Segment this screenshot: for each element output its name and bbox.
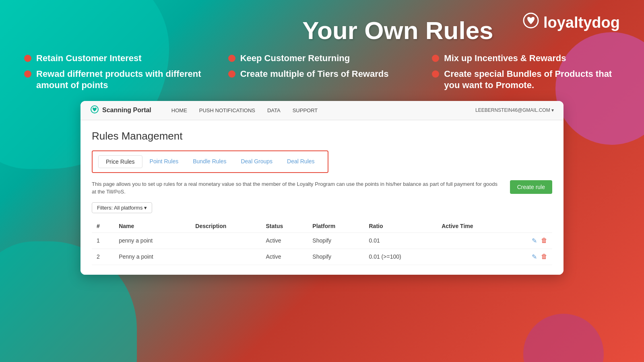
filter-dropdown[interactable]: Filters: All platforms ▾ [92,202,152,213]
row1-name: penny a point [114,232,190,249]
table-header: # Name Description Status Platform Ratio… [92,220,552,233]
col-platform: Platform [308,220,364,233]
row2-num: 2 [92,249,114,265]
col-ratio: Ratio [364,220,437,233]
tab-point-rules[interactable]: Point Rules [142,155,186,168]
col-actions [508,220,552,233]
row2-name: Penny a point [114,249,190,265]
row2-platform: Shopify [308,249,364,265]
rules-management-title: Rules Management [92,130,552,142]
bullet-2: Keep Customer Returning [228,53,416,64]
bullet-text-4: Rewad differnet products with different … [36,68,212,91]
portal-navbar: Scanning Portal HOME PUSH NOTIFICATIONS … [80,101,564,120]
portal-logo: Scanning Portal [90,105,151,116]
row2-actions: ✎ 🗑 [508,249,552,265]
table-body: 1 penny a point Active Shopify 0.01 ✎ 🗑 [92,232,552,265]
col-description: Description [190,220,261,233]
row1-ratio: 0.01 [364,232,437,249]
col-num: # [92,220,114,233]
table-row: 1 penny a point Active Shopify 0.01 ✎ 🗑 [92,232,552,249]
portal-body: Rules Management Price Rules Point Rules… [80,120,564,275]
bullet-dot-1 [24,55,31,62]
bullet-text-3: Mix up Incentives & Rewards [444,53,566,64]
bullet-text-2: Keep Customer Returning [240,53,350,64]
create-rule-button[interactable]: Create rule [510,180,552,194]
page-description-text: This page allows you to set up rules for… [92,180,502,196]
portal-screenshot: Scanning Portal HOME PUSH NOTIFICATIONS … [80,101,564,275]
row2-active-time [437,249,508,265]
col-name: Name [114,220,190,233]
logo-icon [522,12,539,33]
table-row: 2 Penny a point Active Shopify 0.01 (>=1… [92,249,552,265]
bullets-grid: Retain Customer Interest Keep Customer R… [24,53,620,91]
tabs-container: Price Rules Point Rules Bundle Rules Dea… [92,150,328,173]
bullet-text-1: Retain Customer Interest [36,53,142,64]
row2-ratio: 0.01 (>=100) [364,249,437,265]
portal-logo-icon [90,105,99,116]
logo: loyaltydog [522,12,620,33]
bullet-4: Rewad differnet products with different … [24,68,212,91]
row1-actions: ✎ 🗑 [508,232,552,249]
bullet-5: Create multiple of Tiers of Rewards [228,68,416,91]
row2-edit-icon[interactable]: ✎ [532,253,537,261]
row2-status: Active [261,249,308,265]
nav-user[interactable]: LEEBERNSTEIN46@GMAIL.COM ▾ [475,107,554,113]
bullet-dot-4 [24,70,31,78]
bullet-text-5: Create multiple of Tiers of Rewards [240,68,389,80]
tab-deal-groups[interactable]: Deal Groups [233,155,280,168]
main-title: Your Own Rules [273,16,522,45]
page-description-bar: This page allows you to set up rules for… [92,180,552,196]
bullet-dot-2 [228,55,235,62]
bullet-text-6: Create special Bundles of Products that … [444,68,620,91]
row2-description [190,249,261,265]
bullet-dot-3 [432,55,439,62]
row1-platform: Shopify [308,232,364,249]
nav-push-notifications[interactable]: PUSH NOTIFICATIONS [199,107,255,113]
col-status: Status [261,220,308,233]
portal-logo-text: Scanning Portal [102,107,151,114]
bullet-dot-5 [228,70,235,78]
row2-delete-icon[interactable]: 🗑 [541,253,547,261]
tab-deal-rules[interactable]: Deal Rules [280,155,322,168]
bullet-1: Retain Customer Interest [24,53,212,64]
col-active-time: Active Time [437,220,508,233]
logo-text: loyaltydog [543,14,620,31]
rules-table: # Name Description Status Platform Ratio… [92,220,552,265]
nav-data[interactable]: DATA [267,107,281,113]
tab-price-rules[interactable]: Price Rules [98,155,142,168]
row1-status: Active [261,232,308,249]
bullet-6: Create special Bundles of Products that … [432,68,620,91]
bullet-3: Mix up Incentives & Rewards [432,53,620,64]
header: Your Own Rules loyaltydog [24,12,620,45]
row1-description [190,232,261,249]
nav-support[interactable]: SUPPORT [293,107,318,113]
tab-bundle-rules[interactable]: Bundle Rules [186,155,233,168]
row1-num: 1 [92,232,114,249]
row1-edit-icon[interactable]: ✎ [532,237,537,245]
filter-bar: Filters: All platforms ▾ [92,202,552,213]
nav-links: HOME PUSH NOTIFICATIONS DATA SUPPORT [171,107,463,113]
row1-active-time [437,232,508,249]
row1-delete-icon[interactable]: 🗑 [541,237,547,245]
nav-home[interactable]: HOME [171,107,187,113]
bullet-dot-6 [432,70,439,78]
